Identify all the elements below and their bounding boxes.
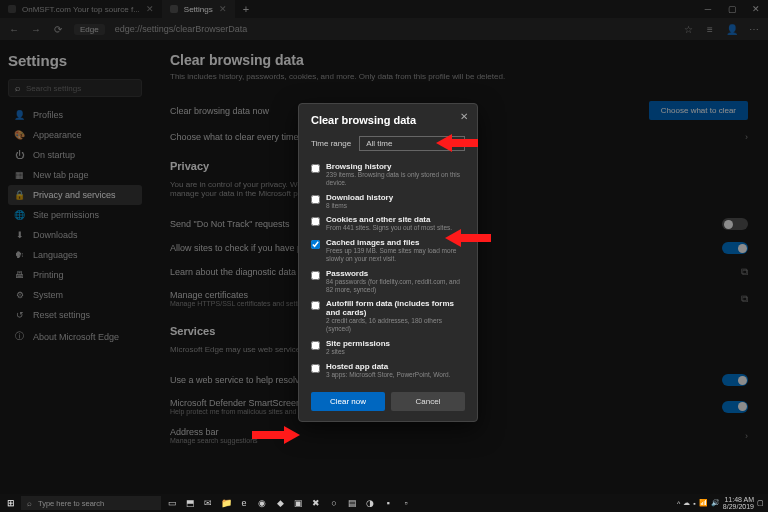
app-icon[interactable]: ▤ [344, 496, 360, 510]
annotation-arrow [252, 431, 284, 439]
store-icon[interactable]: ⬒ [182, 496, 198, 510]
wifi-icon[interactable]: 📶 [699, 499, 708, 507]
dialog-actions: Clear now Cancel [311, 392, 465, 411]
checkbox[interactable] [311, 271, 320, 280]
item-title: Passwords [326, 269, 465, 278]
time-range-label: Time range [311, 139, 351, 148]
dialog-checkbox-row[interactable]: Passwords84 passwords (for fidelity.com,… [311, 266, 465, 297]
annotation-arrow [284, 426, 300, 444]
item-subtitle: 2 sites [326, 348, 390, 356]
item-title: Browsing history [326, 162, 465, 171]
taskbar-search[interactable]: ⌕ Type here to search [21, 496, 161, 510]
checkbox[interactable] [311, 364, 320, 373]
dialog-title: Clear browsing data [311, 114, 465, 126]
checkbox[interactable] [311, 341, 320, 350]
annotation-arrow [452, 139, 478, 147]
item-subtitle: 3 apps: Microsoft Store, PowerPoint, Wor… [326, 371, 451, 379]
tray-icon[interactable]: ▪ [693, 500, 695, 507]
dialog-checkbox-row[interactable]: Hosted app data3 apps: Microsoft Store, … [311, 359, 465, 382]
dialog-checkbox-row[interactable]: Cookies and other site dataFrom 441 site… [311, 212, 465, 235]
volume-icon[interactable]: 🔊 [711, 499, 720, 507]
start-button[interactable]: ⊞ [4, 496, 18, 510]
item-title: Download history [326, 193, 393, 202]
checkbox[interactable] [311, 301, 320, 310]
teams-icon[interactable]: ▪ [380, 496, 396, 510]
dialog-checkbox-row[interactable]: Browsing history239 items. Browsing data… [311, 159, 465, 190]
item-subtitle: 2 credit cards, 16 addresses, 180 others… [326, 317, 465, 333]
annotation-arrow [461, 234, 491, 242]
dialog-checkbox-row[interactable]: Download history8 items [311, 190, 465, 213]
system-tray: ^ ☁ ▪ 📶 🔊 11:48 AM8/29/2019 ▢ [677, 496, 764, 510]
cortana-icon[interactable]: ○ [326, 496, 342, 510]
clear-now-button[interactable]: Clear now [311, 392, 385, 411]
task-view-icon[interactable]: ▭ [164, 496, 180, 510]
item-title: Cookies and other site data [326, 215, 452, 224]
app-icon[interactable]: ▫ [398, 496, 414, 510]
app-icon[interactable]: ◉ [254, 496, 270, 510]
item-subtitle: 84 passwords (for fidelity.com, reddit.c… [326, 278, 465, 294]
xbox-icon[interactable]: ✖ [308, 496, 324, 510]
taskbar-clock[interactable]: 11:48 AM8/29/2019 [723, 496, 754, 510]
dialog-checkbox-row[interactable]: Site permissions2 sites [311, 336, 465, 359]
checkbox[interactable] [311, 164, 320, 173]
mail-icon[interactable]: ✉ [200, 496, 216, 510]
checkbox[interactable] [311, 240, 320, 249]
tray-expand-icon[interactable]: ^ [677, 500, 680, 507]
item-title: Site permissions [326, 339, 390, 348]
dialog-checkbox-row[interactable]: Autofill form data (includes forms and c… [311, 296, 465, 336]
app-icon[interactable]: ◆ [272, 496, 288, 510]
item-subtitle: 239 items. Browsing data is only stored … [326, 171, 465, 187]
item-subtitle: Frees up 139 MB. Some sites may load mor… [326, 247, 465, 263]
notifications-icon[interactable]: ▢ [757, 499, 764, 507]
app-icon[interactable]: ▣ [290, 496, 306, 510]
app-icon[interactable]: ◑ [362, 496, 378, 510]
item-title: Autofill form data (includes forms and c… [326, 299, 465, 317]
item-title: Hosted app data [326, 362, 451, 371]
edge-icon[interactable]: e [236, 496, 252, 510]
windows-taskbar: ⊞ ⌕ Type here to search ▭ ⬒ ✉ 📁 e ◉ ◆ ▣ … [0, 494, 768, 512]
dialog-checkbox-row[interactable]: Cached images and filesFrees up 139 MB. … [311, 235, 465, 266]
explorer-icon[interactable]: 📁 [218, 496, 234, 510]
item-subtitle: From 441 sites. Signs you out of most si… [326, 224, 452, 232]
annotation-arrow [445, 229, 461, 247]
checkbox[interactable] [311, 217, 320, 226]
dialog-close-button[interactable]: ✕ [460, 111, 468, 122]
taskbar-apps: ▭ ⬒ ✉ 📁 e ◉ ◆ ▣ ✖ ○ ▤ ◑ ▪ ▫ [164, 496, 414, 510]
cancel-button[interactable]: Cancel [391, 392, 465, 411]
item-subtitle: 8 items [326, 202, 393, 210]
checkbox[interactable] [311, 195, 320, 204]
onedrive-icon[interactable]: ☁ [683, 499, 690, 507]
annotation-arrow [436, 134, 452, 152]
search-icon: ⌕ [27, 499, 32, 508]
